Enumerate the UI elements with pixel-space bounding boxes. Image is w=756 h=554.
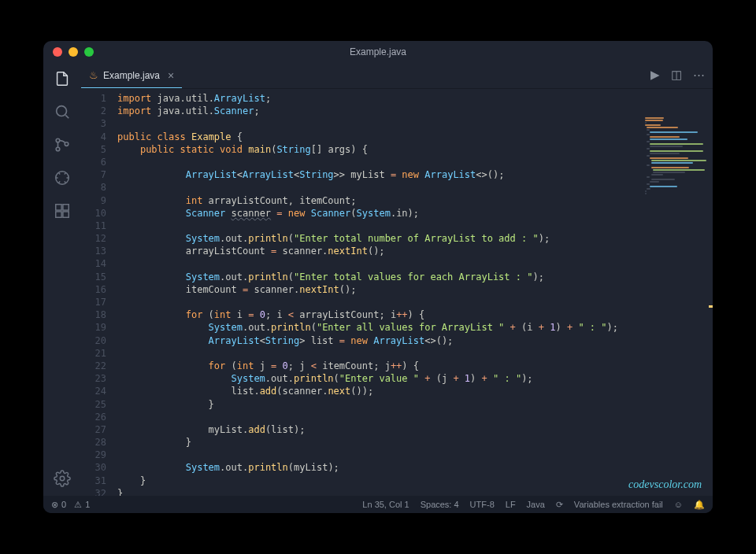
status-cursor-position[interactable]: Ln 35, Col 1 <box>362 500 409 509</box>
line-number: 14 <box>81 257 106 270</box>
code-content[interactable]: import java.util.ArrayList;import java.u… <box>117 89 713 496</box>
line-number: 22 <box>81 360 106 372</box>
overview-warning-mark[interactable] <box>709 305 713 308</box>
svg-point-0 <box>57 106 67 116</box>
activity-bar <box>43 63 81 496</box>
line-number: 4 <box>81 131 106 143</box>
tab-example-java[interactable]: ♨ Example.java × <box>81 63 182 88</box>
code-line[interactable]: } <box>117 398 713 411</box>
svg-rect-5 <box>56 205 61 210</box>
svg-rect-8 <box>63 212 69 217</box>
code-line[interactable]: list.add(scanner.next()); <box>117 385 713 397</box>
svg-point-2 <box>56 147 60 151</box>
status-language[interactable]: Java <box>527 500 545 509</box>
close-window-button[interactable] <box>53 47 62 57</box>
code-line[interactable]: System.out.println(myList); <box>117 461 713 474</box>
java-file-icon: ♨ <box>89 69 98 81</box>
line-number: 20 <box>81 334 106 347</box>
status-encoding[interactable]: UTF-8 <box>470 500 495 509</box>
watermark: codevscolor.com <box>628 478 702 491</box>
line-number: 2 <box>81 105 106 117</box>
code-line[interactable]: System.out.println("Enter value " + (j +… <box>117 372 713 385</box>
line-number: 15 <box>81 271 106 283</box>
status-feedback-icon[interactable]: ☺ <box>674 500 683 509</box>
code-line[interactable] <box>117 181 713 194</box>
status-indentation[interactable]: Spaces: 4 <box>421 500 459 509</box>
status-eol[interactable]: LF <box>506 500 516 509</box>
status-sync-icon[interactable]: ⟳ <box>556 500 563 510</box>
status-bell-icon[interactable]: 🔔 <box>694 500 705 510</box>
line-number: 7 <box>81 168 106 181</box>
extensions-icon[interactable] <box>53 201 72 220</box>
editor-actions: ▶ ◫ ⋯ <box>650 68 705 82</box>
line-number: 11 <box>81 220 106 232</box>
more-actions-icon[interactable]: ⋯ <box>693 68 705 82</box>
svg-point-3 <box>65 142 69 146</box>
code-line[interactable] <box>117 411 713 423</box>
traffic-lights <box>53 47 94 57</box>
code-line[interactable]: ArrayList<String> list = new ArrayList<>… <box>117 334 713 347</box>
code-line[interactable]: int arrayListCount, itemCount; <box>117 194 713 207</box>
line-number: 26 <box>81 411 106 423</box>
code-line[interactable]: } <box>117 475 713 487</box>
source-control-icon[interactable] <box>53 135 72 154</box>
status-errors[interactable]: ⊗ 0 <box>51 500 66 510</box>
line-number: 6 <box>81 156 106 168</box>
code-line[interactable] <box>117 117 713 130</box>
editor-window: Example.java <box>43 41 713 513</box>
code-line[interactable]: for (int i = 0; i < arrayListCount; i++)… <box>117 308 713 321</box>
code-line[interactable]: import java.util.ArrayList; <box>117 92 713 105</box>
status-extension[interactable]: Variables extraction fail <box>574 500 663 509</box>
code-line[interactable] <box>117 347 713 360</box>
tab-filename: Example.java <box>103 70 160 81</box>
code-line[interactable] <box>117 449 713 461</box>
editor-area: ♨ Example.java × ▶ ◫ ⋯ 12345678910111213… <box>81 63 713 496</box>
search-icon[interactable] <box>53 102 72 121</box>
code-line[interactable]: itemCount = scanner.nextInt(); <box>117 283 713 296</box>
titlebar: Example.java <box>43 41 713 63</box>
main-area: ♨ Example.java × ▶ ◫ ⋯ 12345678910111213… <box>43 63 713 496</box>
run-icon[interactable]: ▶ <box>650 68 660 82</box>
code-line[interactable]: System.out.println("Enter total number o… <box>117 232 713 245</box>
split-editor-icon[interactable]: ◫ <box>671 68 682 82</box>
line-number: 8 <box>81 181 106 194</box>
code-area[interactable]: 1234567891011121314151617181920212223242… <box>81 89 713 496</box>
line-number: 21 <box>81 347 106 360</box>
explorer-icon[interactable] <box>53 69 72 88</box>
line-number: 13 <box>81 245 106 257</box>
code-line[interactable]: ArrayList<ArrayList<String>> myList = ne… <box>117 168 713 181</box>
line-number: 10 <box>81 207 106 220</box>
code-line[interactable]: public static void main(String[] args) { <box>117 143 713 156</box>
close-tab-icon[interactable]: × <box>168 69 174 82</box>
status-warnings[interactable]: ⚠ 1 <box>74 500 90 510</box>
code-line[interactable]: import java.util.Scanner; <box>117 105 713 117</box>
warning-icon: ⚠ <box>74 500 82 510</box>
code-line[interactable]: System.out.println("Enter total values f… <box>117 271 713 283</box>
code-line[interactable]: myList.add(list); <box>117 423 713 436</box>
code-line[interactable]: public class Example { <box>117 131 713 143</box>
svg-rect-6 <box>63 205 69 210</box>
code-line[interactable] <box>117 220 713 232</box>
maximize-window-button[interactable] <box>84 47 94 57</box>
line-number: 29 <box>81 449 106 461</box>
code-line[interactable]: arrayListCount = scanner.nextInt(); <box>117 245 713 257</box>
code-line[interactable]: for (int j = 0; j < itemCount; j++) { <box>117 360 713 372</box>
code-line[interactable]: } <box>117 436 713 449</box>
code-line[interactable] <box>117 156 713 168</box>
line-number: 3 <box>81 117 106 130</box>
line-number: 28 <box>81 436 106 449</box>
statusbar: ⊗ 0 ⚠ 1 Ln 35, Col 1 Spaces: 4 UTF-8 LF … <box>43 496 713 513</box>
debug-icon[interactable] <box>53 168 72 187</box>
code-line[interactable]: Scanner scanner = new Scanner(System.in)… <box>117 207 713 220</box>
code-line[interactable]: } <box>117 487 713 496</box>
overview-ruler <box>709 115 713 496</box>
minimize-window-button[interactable] <box>69 47 78 57</box>
code-line[interactable] <box>117 296 713 308</box>
svg-rect-7 <box>56 212 61 217</box>
line-number: 16 <box>81 283 106 296</box>
settings-gear-icon[interactable] <box>53 469 72 488</box>
error-icon: ⊗ <box>51 500 58 510</box>
code-line[interactable] <box>117 257 713 270</box>
svg-point-9 <box>60 476 65 481</box>
code-line[interactable]: System.out.println("Enter all values for… <box>117 321 713 334</box>
